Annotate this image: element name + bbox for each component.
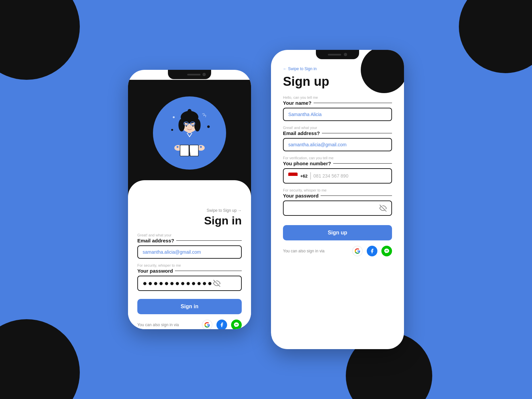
- notch-dot: [202, 73, 206, 76]
- signup-email-input[interactable]: [288, 142, 387, 147]
- notch-dot-r: [344, 53, 347, 56]
- password-input-wrapper[interactable]: ●●●●●●●●●●●●●: [137, 276, 242, 291]
- signin-title: Sign in: [137, 214, 242, 227]
- illustration-circle: [153, 96, 226, 170]
- flag-indonesia: [288, 173, 298, 179]
- svg-point-18: [200, 146, 202, 148]
- signup-password-label: Your password: [283, 193, 392, 199]
- signup-title: Sign up: [283, 74, 392, 89]
- svg-point-21: [171, 129, 173, 131]
- phone-signup: ← Swipe to Sign in Sign up Hello, can yo…: [271, 50, 404, 349]
- signup-password-field-group: For security, whisper to me Your passwor…: [283, 188, 392, 216]
- country-code: +62: [300, 174, 308, 179]
- svg-point-10: [193, 125, 194, 127]
- signup-password-wrapper[interactable]: [283, 200, 392, 216]
- phone-right-content: ← Swipe to Sign in Sign up Hello, can yo…: [271, 50, 404, 349]
- signup-email-label: Email address?: [283, 130, 392, 136]
- flag-white: [288, 176, 298, 179]
- phone-hint: For verification, can you tell me: [283, 156, 392, 160]
- signup-email-field-group: Great! and what your Email address?: [283, 126, 392, 151]
- illustration-area: [128, 80, 251, 206]
- svg-point-5: [194, 119, 200, 131]
- svg-point-20: [207, 125, 210, 128]
- swipe-to-signup[interactable]: Swipe to Sign up →: [137, 208, 242, 213]
- eye-slash-icon[interactable]: [213, 280, 220, 287]
- svg-rect-15: [190, 145, 199, 156]
- signup-password-input[interactable]: [288, 205, 379, 211]
- name-input-wrapper[interactable]: [283, 108, 392, 121]
- swipe-signup-label: Swipe to Sign up →: [207, 208, 242, 213]
- facebook-icon[interactable]: [216, 320, 227, 329]
- back-label: ← Swipe to Sign in: [283, 66, 317, 71]
- line-icon[interactable]: [231, 320, 242, 329]
- google-icon[interactable]: [202, 320, 212, 329]
- social-signin-row: You can also sign in via: [137, 320, 242, 329]
- signup-eye-slash-icon[interactable]: [379, 204, 387, 212]
- phone-signin: Swipe to Sign up → Sign in Great! and wh…: [128, 70, 251, 329]
- svg-point-19: [173, 116, 175, 118]
- email-input-wrapper[interactable]: [137, 245, 242, 259]
- svg-point-4: [179, 119, 185, 131]
- phone-input-wrapper[interactable]: +62: [283, 168, 392, 184]
- phones-container: Swipe to Sign up → Sign in Great! and wh…: [128, 50, 404, 349]
- notch-bar-r: [328, 54, 341, 56]
- notch-bar: [187, 74, 200, 75]
- email-field-group: Great! and what your Email address?: [137, 233, 242, 259]
- name-input[interactable]: [288, 112, 387, 117]
- signin-button[interactable]: Sign in: [137, 299, 242, 314]
- signup-email-wrapper[interactable]: [283, 138, 392, 151]
- svg-point-17: [177, 146, 179, 148]
- flag-red: [288, 173, 298, 176]
- password-field-group: For security, whisper to me Your passwor…: [137, 263, 242, 291]
- line-signup-icon[interactable]: [381, 246, 392, 256]
- signup-form-area: ← Swipe to Sign in Sign up Hello, can yo…: [271, 60, 404, 349]
- phone-field-group: For verification, can you tell me You ph…: [283, 156, 392, 184]
- notch-left: [168, 70, 211, 79]
- email-input[interactable]: [143, 249, 236, 255]
- password-label: Your password: [137, 268, 242, 274]
- name-hint: Hello, can you tell me: [283, 95, 392, 99]
- facebook-signup-icon[interactable]: [367, 246, 377, 256]
- email-label: Email address?: [137, 238, 242, 243]
- back-link[interactable]: ← Swipe to Sign in: [283, 66, 392, 71]
- svg-rect-14: [180, 145, 189, 156]
- girl-illustration: [163, 101, 216, 165]
- phone-left-content: Swipe to Sign up → Sign in Great! and wh…: [128, 70, 251, 329]
- bg-blob-tl: [0, 0, 80, 80]
- password-dots: ●●●●●●●●●●●●●: [143, 280, 213, 287]
- notch-right: [316, 50, 359, 59]
- signup-button[interactable]: Sign up: [283, 225, 392, 240]
- password-hint: For security, whisper to me: [137, 263, 242, 267]
- name-label: Your name?: [283, 100, 392, 106]
- social-signup-row: You can also sign in via: [283, 246, 392, 256]
- signup-email-hint: Great! and what your: [283, 126, 392, 130]
- signup-password-hint: For security, whisper to me: [283, 188, 392, 192]
- phone-label: You phone number?: [283, 161, 392, 166]
- bg-blob-bl: [0, 319, 80, 399]
- phone-divider: [310, 172, 311, 180]
- name-field-group: Hello, can you tell me Your name?: [283, 95, 392, 121]
- google-signup-icon[interactable]: [352, 246, 363, 256]
- svg-point-9: [186, 125, 187, 127]
- white-wave: [128, 180, 251, 206]
- social-signup-text: You can also sign in via: [283, 249, 348, 253]
- bg-blob-tr: [459, 0, 532, 73]
- signin-form-area: Swipe to Sign up → Sign in Great! and wh…: [128, 206, 251, 329]
- phone-number-input[interactable]: [314, 173, 387, 179]
- social-signin-text: You can also sign in via: [137, 323, 198, 327]
- email-hint: Great! and what your: [137, 233, 242, 237]
